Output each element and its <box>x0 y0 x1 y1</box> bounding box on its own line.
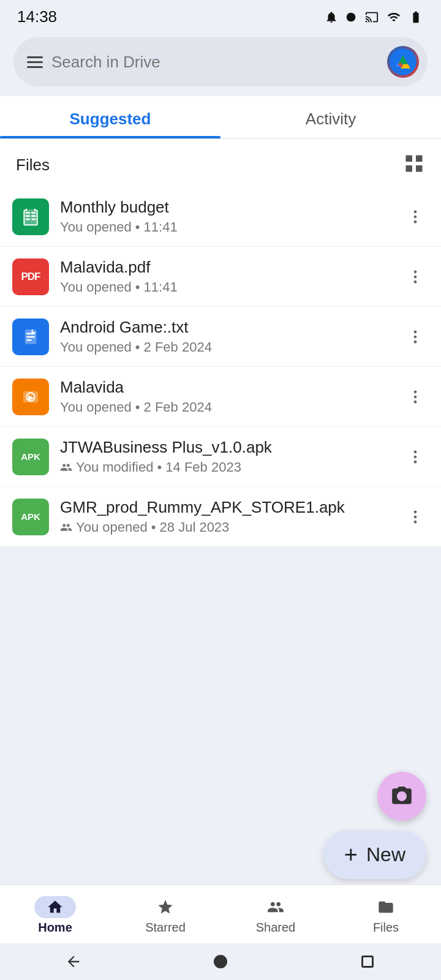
starred-icon-wrap <box>145 896 186 918</box>
file-more-button[interactable] <box>402 262 429 292</box>
nav-item-files[interactable]: Files <box>331 892 441 938</box>
file-more-button[interactable] <box>402 382 429 412</box>
drive-avatar-icon <box>393 52 413 72</box>
list-item[interactable]: PDF Malavida.pdf You opened • 11:41 <box>0 247 441 307</box>
svg-rect-6 <box>26 218 30 220</box>
svg-point-27 <box>414 450 417 453</box>
nav-item-shared[interactable]: Shared <box>221 892 331 938</box>
file-more-button[interactable] <box>402 502 429 532</box>
home-icon-wrap <box>34 896 76 918</box>
file-icon-docs <box>12 318 49 355</box>
bottom-nav: Home Starred Shared Files <box>0 884 441 943</box>
recent-apps-square <box>361 956 374 968</box>
file-icon-pdf: PDF <box>12 258 49 295</box>
people-icon <box>267 899 284 916</box>
avatar-inner <box>390 48 417 75</box>
svg-point-32 <box>414 520 417 523</box>
scan-fab-button[interactable] <box>377 772 426 821</box>
svg-point-10 <box>414 220 417 223</box>
svg-point-11 <box>414 270 417 273</box>
file-info: Android Game:.txt You opened • 2 Feb 202… <box>60 318 391 355</box>
svg-point-29 <box>414 460 417 463</box>
file-meta: You opened • 28 Jul 2023 <box>60 519 391 535</box>
file-name: Malavida.pdf <box>60 258 391 277</box>
list-item[interactable]: Android Game:.txt You opened • 2 Feb 202… <box>0 307 441 367</box>
svg-point-25 <box>414 395 417 398</box>
file-info: JTWABusiness Plus_v1.0.apk You modified … <box>60 438 391 475</box>
svg-point-26 <box>414 400 417 403</box>
files-icon-wrap <box>365 896 407 918</box>
file-more-button[interactable] <box>402 202 429 232</box>
svg-point-28 <box>414 455 417 458</box>
recent-apps-button[interactable] <box>349 949 386 974</box>
user-avatar[interactable] <box>387 46 419 78</box>
tab-suggested[interactable]: Suggested <box>0 96 221 138</box>
svg-rect-2 <box>26 212 30 214</box>
more-vertical-icon <box>407 328 424 345</box>
file-info: Malavida You opened • 2 Feb 2024 <box>60 378 391 415</box>
status-time: 14:38 <box>17 7 57 26</box>
nav-item-home[interactable]: Home <box>0 892 110 938</box>
search-bar[interactable]: Search in Drive <box>13 37 428 86</box>
file-info: Monthly budget You opened • 11:41 <box>60 198 391 235</box>
system-home-button[interactable] <box>202 949 239 974</box>
list-item[interactable]: APK GMR_prod_Rummy_APK_STORE1.apk You op… <box>0 487 441 547</box>
list-item[interactable]: APK JTWABusiness Plus_v1.0.apk You modif… <box>0 427 441 487</box>
file-icon-slides: ▶ <box>12 379 49 415</box>
search-placeholder[interactable]: Search in Drive <box>51 53 379 72</box>
slides-icon: ▶ <box>21 387 40 407</box>
tabs: Suggested Activity <box>0 96 441 139</box>
svg-point-12 <box>414 275 417 278</box>
hamburger-menu-icon[interactable] <box>27 56 43 68</box>
list-item[interactable]: Monthly budget You opened • 11:41 <box>0 187 441 247</box>
status-bar: 14:38 <box>0 0 441 31</box>
cast-icon <box>364 10 380 24</box>
tab-activity[interactable]: Activity <box>221 96 441 138</box>
svg-point-20 <box>414 340 417 343</box>
new-fab-button[interactable]: + New <box>323 831 426 879</box>
svg-point-31 <box>414 515 417 518</box>
more-vertical-icon <box>407 388 424 405</box>
more-vertical-icon <box>407 508 424 526</box>
svg-point-9 <box>414 215 417 218</box>
grid-view-toggle[interactable] <box>403 153 425 177</box>
battery-icon <box>408 10 424 24</box>
grid-icon <box>403 153 425 175</box>
home-nav-label: Home <box>38 921 72 935</box>
sheets-icon <box>21 207 40 227</box>
file-meta: You opened • 2 Feb 2024 <box>60 399 391 415</box>
plus-icon: + <box>344 842 358 868</box>
home-icon <box>47 899 64 916</box>
list-item[interactable]: ▶ Malavida You opened • 2 Feb 2024 <box>0 367 441 427</box>
file-meta: You opened • 2 Feb 2024 <box>60 339 391 355</box>
nav-item-starred[interactable]: Starred <box>110 892 221 938</box>
file-more-button[interactable] <box>402 442 429 472</box>
folder-icon <box>377 899 394 916</box>
svg-rect-3 <box>31 212 36 214</box>
file-icon-apk: APK <box>12 439 49 475</box>
svg-point-0 <box>347 12 356 21</box>
more-vertical-icon <box>407 448 424 466</box>
file-more-button[interactable] <box>402 322 429 352</box>
svg-point-30 <box>414 510 417 513</box>
notification-icon <box>325 10 338 24</box>
back-arrow-icon <box>65 953 82 970</box>
file-meta: You opened • 11:41 <box>60 219 391 235</box>
shared-icon-wrap <box>255 896 296 918</box>
files-nav-label: Files <box>373 921 399 935</box>
file-meta: You modified • 14 Feb 2023 <box>60 459 391 475</box>
fab-area: + New <box>323 772 426 879</box>
file-meta: You opened • 11:41 <box>60 279 391 295</box>
circle-icon <box>344 10 358 24</box>
file-info: Malavida.pdf You opened • 11:41 <box>60 258 391 295</box>
svg-point-13 <box>414 280 417 283</box>
more-vertical-icon <box>407 268 424 285</box>
star-icon <box>157 899 174 916</box>
file-info: GMR_prod_Rummy_APK_STORE1.apk You opened… <box>60 498 391 535</box>
file-name: GMR_prod_Rummy_APK_STORE1.apk <box>60 498 391 517</box>
svg-point-24 <box>414 390 417 393</box>
files-section-label: Files <box>16 156 50 175</box>
file-icon-apk-2: APK <box>12 499 49 535</box>
back-button[interactable] <box>55 949 92 974</box>
main-content: Suggested Activity Files <box>0 96 441 669</box>
